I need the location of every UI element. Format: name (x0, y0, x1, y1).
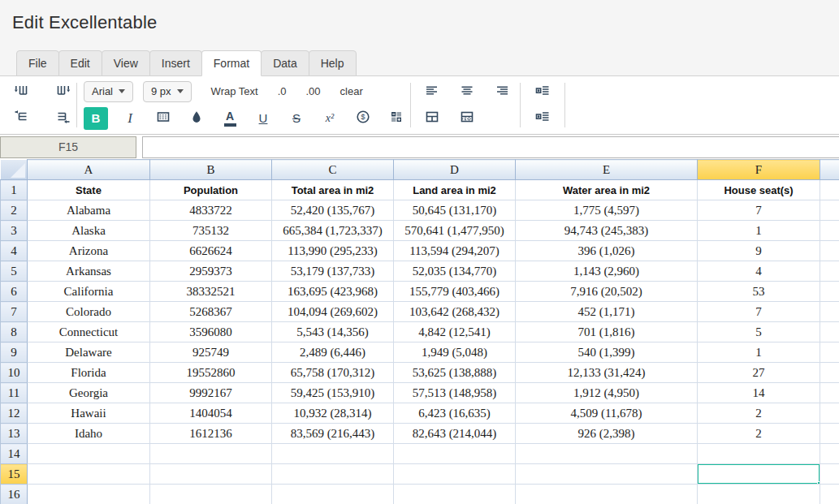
row-header-16[interactable]: 16 (1, 485, 28, 504)
font-color-button[interactable]: A (218, 108, 241, 129)
cell-A13[interactable]: Idaho (28, 424, 150, 444)
tab-insert[interactable]: Insert (149, 50, 202, 76)
tab-file[interactable]: File (16, 50, 59, 76)
cell-A3[interactable]: Alaska (28, 221, 150, 241)
cell-F9[interactable]: 1 (698, 342, 820, 363)
column-header-G[interactable] (820, 160, 839, 180)
cell-C5[interactable]: 53,179 (137,733) (272, 261, 394, 282)
cell-D8[interactable]: 4,842 (12,541) (394, 322, 516, 342)
cell-B8[interactable]: 3596080 (150, 322, 272, 342)
merge-cells-button[interactable] (421, 108, 443, 129)
cell-A7[interactable]: Colorado (28, 302, 150, 322)
cell-F12[interactable]: 2 (698, 403, 820, 424)
row-header-12[interactable]: 12 (1, 403, 28, 424)
cell-G3[interactable] (820, 221, 839, 241)
cell-B6[interactable]: 38332521 (150, 282, 272, 302)
cell-A11[interactable]: Georgia (28, 383, 150, 403)
cell-C2[interactable]: 52,420 (135,767) (272, 200, 394, 221)
tab-view[interactable]: View (102, 50, 150, 76)
cell-G16[interactable] (820, 485, 839, 504)
cell-B3[interactable]: 735132 (150, 221, 272, 241)
italic-button[interactable]: I (119, 108, 141, 129)
align-right-button[interactable] (491, 82, 513, 103)
cell-C3[interactable]: 665,384 (1,723,337) (272, 221, 394, 241)
font-size-dropdown[interactable]: 9 px (143, 81, 192, 102)
cell-E11[interactable]: 1,912 (4,950) (516, 383, 698, 403)
row-header-9[interactable]: 9 (1, 342, 28, 363)
cell-D1[interactable]: Land area in mi2 (394, 180, 516, 200)
cell-E13[interactable]: 926 (2,398) (516, 424, 698, 444)
row-header-5[interactable]: 5 (1, 261, 28, 282)
row-header-14[interactable]: 14 (1, 444, 28, 464)
cell-C6[interactable]: 163,695 (423,968) (272, 282, 394, 302)
column-header-A[interactable]: A (28, 160, 150, 180)
cell-D16[interactable] (394, 485, 516, 504)
cell-E2[interactable]: 1,775 (4,597) (516, 200, 698, 221)
column-header-F[interactable]: F (698, 160, 820, 180)
border-grid-button[interactable] (456, 108, 478, 129)
cell-D14[interactable] (394, 444, 516, 464)
cell-E14[interactable] (516, 444, 698, 464)
cell-A4[interactable]: Arizona (28, 241, 150, 261)
cell-F2[interactable]: 7 (698, 200, 820, 221)
cell-A1[interactable]: State (28, 180, 150, 200)
column-header-C[interactable]: C (272, 160, 394, 180)
insert-row-above-button[interactable] (10, 108, 32, 129)
cell-G15[interactable] (820, 464, 839, 485)
cell-D11[interactable]: 57,513 (148,958) (394, 383, 516, 403)
cell-G5[interactable] (820, 261, 839, 282)
cell-C11[interactable]: 59,425 (153,910) (272, 383, 394, 403)
cell-F8[interactable]: 5 (698, 322, 820, 342)
cell-C7[interactable]: 104,094 (269,602) (272, 302, 394, 322)
cell-E9[interactable]: 540 (1,399) (516, 342, 698, 363)
cell-B16[interactable] (150, 485, 272, 504)
cell-C4[interactable]: 113,990 (295,233) (272, 241, 394, 261)
row-header-4[interactable]: 4 (1, 241, 28, 261)
underline-button[interactable]: U (252, 108, 275, 129)
currency-button[interactable]: $ (352, 108, 374, 129)
cell-B7[interactable]: 5268367 (150, 302, 272, 322)
cell-A14[interactable] (28, 444, 150, 464)
cell-G8[interactable] (820, 322, 839, 342)
cell-F11[interactable]: 14 (698, 383, 820, 403)
row-header-2[interactable]: 2 (1, 200, 28, 221)
cell-B4[interactable]: 6626624 (150, 241, 272, 261)
strikethrough-button[interactable]: S (285, 108, 308, 129)
cell-B2[interactable]: 4833722 (150, 200, 272, 221)
select-all-corner[interactable] (1, 160, 28, 180)
row-header-7[interactable]: 7 (1, 302, 28, 322)
cell-E7[interactable]: 452 (1,171) (516, 302, 698, 322)
cell-E5[interactable]: 1,143 (2,960) (516, 261, 698, 282)
cell-C1[interactable]: Total area in mi2 (272, 180, 394, 200)
cell-C15[interactable] (272, 464, 394, 485)
cell-E8[interactable]: 701 (1,816) (516, 322, 698, 342)
column-header-E[interactable]: E (516, 160, 698, 180)
cell-G4[interactable] (820, 241, 839, 261)
borders-button[interactable] (152, 108, 175, 129)
cell-F6[interactable]: 53 (698, 282, 820, 302)
tab-edit[interactable]: Edit (58, 50, 102, 76)
bold-button[interactable]: B (84, 107, 108, 130)
cell-D13[interactable]: 82,643 (214,044) (394, 424, 516, 444)
cell-G10[interactable] (820, 363, 839, 383)
column-header-B[interactable]: B (150, 160, 272, 180)
cell-D15[interactable] (394, 464, 516, 485)
cell-C13[interactable]: 83,569 (216,443) (272, 424, 394, 444)
cell-G12[interactable] (820, 403, 839, 424)
cell-A2[interactable]: Alabama (28, 200, 150, 221)
row-header-10[interactable]: 10 (1, 363, 28, 383)
decimal-decrease-button[interactable]: .0 (268, 85, 296, 97)
cell-E15[interactable] (516, 464, 698, 485)
cell-G6[interactable] (820, 282, 839, 302)
cell-B11[interactable]: 9992167 (150, 383, 272, 403)
tab-data[interactable]: Data (261, 50, 309, 76)
cell-E16[interactable] (516, 485, 698, 504)
cell-B5[interactable]: 2959373 (150, 261, 272, 282)
cell-A15[interactable] (28, 464, 150, 485)
cell-A6[interactable]: California (28, 282, 150, 302)
cell-F15[interactable] (698, 464, 820, 485)
formula-input[interactable] (142, 136, 839, 158)
cell-A16[interactable] (28, 485, 150, 504)
cell-reference-box[interactable]: F15 (0, 136, 136, 158)
align-left-button[interactable] (421, 82, 443, 103)
